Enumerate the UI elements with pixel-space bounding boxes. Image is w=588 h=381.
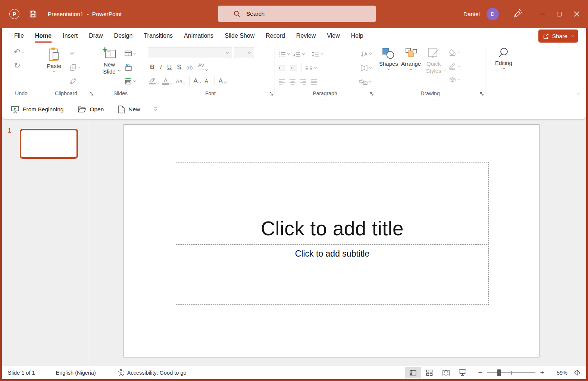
user-name[interactable]: Daniel: [463, 11, 480, 18]
font-size-combobox[interactable]: [234, 47, 254, 58]
columns-dropdown-icon: [314, 66, 317, 69]
drawing-dialog-launcher[interactable]: [480, 92, 484, 96]
new-slide-button[interactable]: New Slide: [98, 47, 121, 86]
share-button[interactable]: Share: [538, 30, 578, 43]
from-beginning-button[interactable]: From Beginning: [11, 105, 63, 114]
align-right-button[interactable]: [300, 77, 307, 87]
search-box[interactable]: Search: [218, 6, 376, 22]
feedback-button[interactable]: [513, 9, 522, 19]
columns-button[interactable]: [305, 63, 316, 73]
shape-effects-button[interactable]: [448, 75, 460, 84]
close-button[interactable]: [568, 0, 585, 28]
clear-formatting-button[interactable]: A◇: [219, 78, 227, 84]
avatar[interactable]: D: [487, 8, 499, 20]
increase-font-size-button[interactable]: A^: [193, 77, 201, 85]
tab-insert[interactable]: Insert: [57, 28, 83, 44]
font-name-combobox[interactable]: [148, 47, 232, 58]
editing-button[interactable]: Editing: [485, 47, 517, 69]
zoom-in-button[interactable]: +: [538, 369, 547, 377]
tab-design[interactable]: Design: [109, 28, 138, 44]
character-spacing-button[interactable]: AV←→: [198, 64, 207, 71]
slideshow-view-button[interactable]: [454, 367, 470, 378]
tab-help[interactable]: Help: [345, 28, 369, 44]
new-button[interactable]: New: [118, 105, 140, 114]
align-text-button[interactable]: [360, 63, 371, 73]
quick-styles-button[interactable]: Quick Styles: [424, 47, 443, 84]
text-direction-button[interactable]: [360, 49, 371, 59]
tab-animations[interactable]: Animations: [178, 28, 219, 44]
clipboard-dialog-launcher[interactable]: [90, 92, 94, 96]
normal-view-button[interactable]: [405, 367, 421, 378]
shape-fill-button[interactable]: [448, 48, 460, 58]
convert-to-smartart-button[interactable]: [359, 77, 371, 87]
slide-layout-button[interactable]: [124, 49, 135, 58]
minimize-button[interactable]: [534, 0, 551, 28]
new-document-icon: [118, 105, 125, 114]
italic-button[interactable]: I: [160, 64, 162, 71]
reset-slide-button[interactable]: [124, 62, 135, 72]
collapse-ribbon-icon[interactable]: [577, 92, 580, 95]
slide-editor[interactable]: Click to add title Click to add subtitle: [123, 124, 539, 357]
tab-transitions[interactable]: Transitions: [138, 28, 178, 44]
slide-sorter-view-button[interactable]: [421, 367, 438, 378]
justify-button[interactable]: [310, 77, 318, 87]
font-dialog-launcher[interactable]: [269, 92, 273, 96]
decrease-font-size-button[interactable]: Aˇ: [205, 78, 211, 84]
align-left-button[interactable]: [278, 77, 285, 87]
section-button[interactable]: [124, 76, 135, 86]
tab-review[interactable]: Review: [291, 28, 321, 44]
underline-button[interactable]: U: [167, 64, 172, 71]
undo-button[interactable]: ↶: [14, 47, 37, 57]
shapes-button[interactable]: Shapes: [379, 47, 398, 84]
zoom-out-button[interactable]: −: [476, 369, 485, 377]
powerpoint-logo-icon[interactable]: P: [9, 9, 19, 19]
format-painter-button[interactable]: [69, 76, 80, 86]
numbering-button[interactable]: [293, 49, 304, 59]
zoom-slider-handle[interactable]: [497, 369, 501, 376]
accessibility-status[interactable]: Accessibility: Good to go: [118, 369, 187, 376]
language-indicator[interactable]: English (Nigeria): [56, 370, 96, 376]
tab-file[interactable]: File: [9, 28, 29, 44]
tab-view[interactable]: View: [321, 28, 345, 44]
arrange-button[interactable]: Arrange: [401, 47, 421, 84]
maximize-button[interactable]: [551, 0, 568, 28]
slide-thumbnail[interactable]: [20, 129, 78, 159]
slide-counter[interactable]: Slide 1 of 1: [8, 370, 35, 376]
decrease-indent-button[interactable]: [278, 63, 286, 73]
open-button[interactable]: Open: [78, 106, 104, 113]
strikethrough-button[interactable]: ab: [187, 64, 193, 71]
zoom-level[interactable]: 59%: [550, 370, 567, 376]
bold-button[interactable]: B: [150, 64, 154, 71]
bullets-icon: [278, 51, 286, 58]
line-spacing-button[interactable]: [312, 49, 323, 59]
tab-home[interactable]: Home: [29, 28, 57, 44]
redo-button[interactable]: ↻: [14, 61, 37, 70]
text-highlight-button[interactable]: [148, 78, 159, 84]
copy-button[interactable]: [69, 62, 80, 72]
font-color-button[interactable]: A: [162, 78, 172, 85]
numbering-dropdown-icon: [302, 52, 305, 55]
cut-button[interactable]: ✂: [69, 49, 80, 58]
shape-outline-button[interactable]: [448, 61, 460, 71]
tab-record[interactable]: Record: [260, 28, 291, 44]
tab-slide-show[interactable]: Slide Show: [219, 28, 260, 44]
customize-toolbar-button[interactable]: [154, 108, 157, 111]
align-center-button[interactable]: [289, 77, 296, 87]
save-button[interactable]: [29, 10, 37, 18]
zoom-slider[interactable]: [487, 369, 535, 376]
text-shadow-button[interactable]: S: [177, 64, 181, 71]
fit-slide-to-window-button[interactable]: [573, 369, 581, 377]
increase-indent-button[interactable]: [290, 63, 298, 73]
bullets-button[interactable]: [278, 49, 290, 59]
subtitle-placeholder[interactable]: Click to add subtitle: [176, 246, 489, 305]
reading-view-button[interactable]: [438, 367, 454, 378]
quick-styles-label: Quick Styles: [424, 61, 443, 75]
title-placeholder[interactable]: Click to add title: [176, 162, 489, 245]
separator: [215, 76, 215, 86]
tab-draw[interactable]: Draw: [83, 28, 108, 44]
paragraph-dialog-launcher[interactable]: [370, 92, 374, 96]
change-case-button[interactable]: Aa: [176, 78, 185, 84]
paste-button[interactable]: Paste: [43, 47, 66, 86]
slide-thumbnail-panel[interactable]: 1: [2, 119, 89, 366]
undo-dropdown-icon[interactable]: [22, 50, 24, 53]
